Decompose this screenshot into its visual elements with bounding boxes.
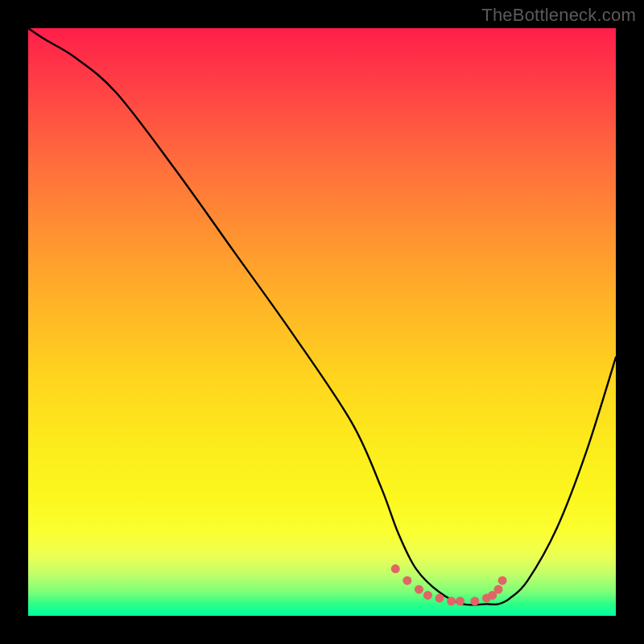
marker-dot bbox=[423, 591, 432, 600]
marker-dot bbox=[456, 597, 464, 605]
marker-dot bbox=[436, 594, 444, 603]
marker-dot bbox=[470, 597, 479, 605]
marker-dot bbox=[402, 576, 411, 585]
marker-dots bbox=[391, 564, 507, 605]
marker-dot bbox=[498, 576, 507, 585]
watermark-text: TheBottleneck.com bbox=[481, 5, 636, 26]
chart-svg bbox=[28, 28, 616, 616]
plot-area bbox=[28, 28, 616, 616]
chart-frame: TheBottleneck.com bbox=[0, 0, 644, 644]
marker-dot bbox=[391, 564, 400, 573]
marker-dot bbox=[447, 597, 456, 605]
marker-dot bbox=[494, 585, 503, 594]
marker-dot bbox=[415, 585, 423, 594]
bottleneck-curve bbox=[28, 28, 616, 605]
